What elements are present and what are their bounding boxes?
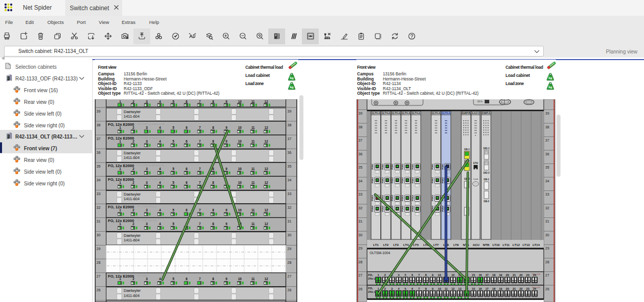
svg-text:3: 3 bbox=[146, 167, 148, 171]
svg-text:2: 2 bbox=[132, 277, 134, 281]
svg-text:30: 30 bbox=[545, 233, 549, 237]
svg-text:7: 7 bbox=[199, 222, 201, 226]
svg-text:6: 6 bbox=[186, 181, 188, 184]
svg-text:PON1: PON1 bbox=[391, 163, 394, 170]
svg-text:2: 2 bbox=[132, 208, 134, 212]
svg-text:34: 34 bbox=[358, 179, 362, 183]
svg-text:11: 11 bbox=[251, 222, 255, 226]
svg-text:23: 23 bbox=[526, 273, 529, 277]
svg-text:Front view: Front view bbox=[357, 65, 376, 70]
svg-text:PON4: PON4 bbox=[411, 206, 414, 212]
svg-text:5: 5 bbox=[173, 126, 175, 129]
svg-text:ETH: ETH bbox=[473, 162, 478, 164]
svg-text:1: 1 bbox=[119, 277, 121, 281]
svg-text:3: 3 bbox=[146, 208, 148, 212]
svg-text:29: 29 bbox=[358, 246, 362, 250]
svg-text:8: 8 bbox=[212, 100, 214, 103]
svg-text:1411-604: 1411-604 bbox=[124, 114, 139, 119]
svg-text:FY O-1322_Reserve: FY O-1322_Reserve bbox=[137, 219, 157, 222]
svg-text:3: 3 bbox=[146, 126, 148, 129]
svg-text:Daetwyler: Daetwyler bbox=[124, 288, 141, 293]
svg-text:31: 31 bbox=[358, 219, 362, 223]
svg-text:kg: kg bbox=[548, 85, 552, 89]
svg-text:10: 10 bbox=[238, 181, 242, 184]
svg-text:11: 11 bbox=[251, 181, 255, 184]
svg-text:6: 6 bbox=[186, 167, 188, 171]
svg-text:4: 4 bbox=[159, 277, 161, 281]
svg-text:26: 26 bbox=[97, 288, 101, 292]
svg-text:1411-604: 1411-604 bbox=[124, 197, 139, 201]
svg-text:3: 3 bbox=[146, 140, 148, 143]
svg-text:35: 35 bbox=[358, 166, 362, 169]
svg-text:12: 12 bbox=[265, 277, 269, 281]
svg-text:GLT4-A: GLT4-A bbox=[372, 112, 380, 115]
svg-text:33: 33 bbox=[358, 193, 362, 196]
svg-text:32: 32 bbox=[288, 206, 292, 209]
svg-text:Campus: Campus bbox=[357, 72, 374, 76]
svg-text:Object type: Object type bbox=[357, 91, 380, 96]
svg-text:6: 6 bbox=[186, 126, 188, 129]
svg-text:18: 18 bbox=[492, 287, 495, 290]
svg-text:Daetwyler: Daetwyler bbox=[124, 233, 141, 238]
svg-text:27: 27 bbox=[545, 273, 549, 277]
svg-text:2: 2 bbox=[132, 126, 134, 129]
svg-text:PON1: PON1 bbox=[371, 163, 374, 170]
svg-text:22: 22 bbox=[519, 287, 522, 290]
svg-text:8: 8 bbox=[212, 181, 214, 184]
svg-text:4: 4 bbox=[159, 222, 161, 226]
svg-text:3: 3 bbox=[391, 287, 393, 290]
svg-text:LT13: LT13 bbox=[523, 243, 530, 246]
svg-text:9: 9 bbox=[432, 287, 433, 290]
svg-text:5: 5 bbox=[173, 100, 175, 103]
svg-text:Object-ID: Object-ID bbox=[98, 81, 117, 86]
svg-text:39: 39 bbox=[545, 112, 549, 115]
svg-text:Hermann-Hesse-Street: Hermann-Hesse-Street bbox=[124, 77, 167, 81]
svg-text:Side view right (0): Side view right (0) bbox=[24, 181, 65, 186]
svg-text:17: 17 bbox=[485, 273, 488, 277]
svg-text:27: 27 bbox=[288, 274, 292, 278]
svg-text:PON2: PON2 bbox=[371, 177, 374, 183]
svg-text:Craft: Craft bbox=[473, 178, 479, 180]
svg-text:9: 9 bbox=[226, 222, 228, 226]
svg-text:20: 20 bbox=[506, 273, 509, 277]
svg-text:FY O-1327_to Subcluster 03: FY O-1327_to Subcluster 03 bbox=[137, 123, 165, 125]
svg-text:28: 28 bbox=[545, 260, 549, 264]
svg-text:10: 10 bbox=[238, 140, 242, 143]
svg-text:4: 4 bbox=[159, 126, 161, 129]
svg-text:39: 39 bbox=[358, 112, 362, 115]
svg-text:3: 3 bbox=[146, 100, 148, 103]
svg-text:AACU: AACU bbox=[472, 112, 480, 115]
svg-text:PON2: PON2 bbox=[441, 177, 444, 183]
svg-text:8: 8 bbox=[212, 140, 214, 143]
svg-text:7: 7 bbox=[199, 181, 201, 184]
svg-text:9: 9 bbox=[226, 208, 228, 212]
svg-text:34: 34 bbox=[288, 178, 292, 182]
svg-text:10: 10 bbox=[238, 208, 242, 212]
svg-text:RITTAL-42 - Switch cabinet, 42: RITTAL-42 - Switch cabinet, 42 U (DC) (R… bbox=[383, 91, 479, 96]
svg-text:FY O-1328_to Subcluster 04: FY O-1328_to Subcluster 04 bbox=[137, 136, 165, 139]
svg-text:R42-1134_OLT: R42-1134_OLT bbox=[383, 87, 411, 91]
svg-text:16: 16 bbox=[479, 273, 482, 277]
svg-text:6: 6 bbox=[186, 140, 188, 143]
svg-text:PON4: PON4 bbox=[441, 206, 444, 212]
svg-text:LT3: LT3 bbox=[393, 243, 399, 246]
svg-text:36: 36 bbox=[97, 151, 101, 154]
svg-text:Side view left (0): Side view left (0) bbox=[24, 169, 62, 175]
svg-text:37: 37 bbox=[358, 139, 362, 142]
svg-text:LT5: LT5 bbox=[413, 243, 419, 246]
svg-text:7: 7 bbox=[199, 277, 201, 281]
svg-text:31: 31 bbox=[97, 219, 101, 223]
svg-text:GB-1: GB-1 bbox=[484, 178, 489, 181]
svg-text:1411-604: 1411-604 bbox=[124, 155, 139, 160]
svg-text:12: 12 bbox=[265, 140, 269, 143]
svg-text:Load cabinet: Load cabinet bbox=[506, 73, 530, 78]
svg-text:LT10: LT10 bbox=[493, 243, 500, 246]
svg-text:GLT4-A: GLT4-A bbox=[391, 112, 400, 115]
svg-text:PON3: PON3 bbox=[371, 195, 374, 201]
svg-text:19: 19 bbox=[499, 287, 502, 290]
svg-text:9: 9 bbox=[226, 167, 228, 171]
svg-text:13: 13 bbox=[458, 287, 461, 290]
svg-text:21: 21 bbox=[513, 287, 516, 290]
svg-text:12: 12 bbox=[265, 167, 269, 171]
svg-text:GLT4-A: GLT4-A bbox=[402, 112, 410, 115]
